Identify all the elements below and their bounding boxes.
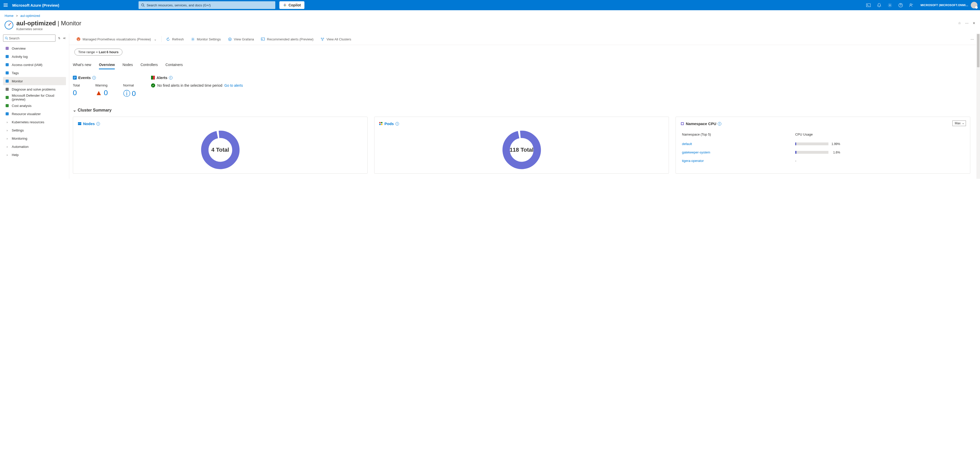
svg-rect-17 [6, 104, 9, 107]
account-label[interactable]: MICROSOFT (MICROSOFT.ONMI... [920, 3, 968, 6]
tab-containers[interactable]: Containers [165, 61, 183, 69]
sidebar-item-cost-analysis[interactable]: Cost analysis [3, 102, 66, 110]
events-total-value[interactable]: 0 [73, 89, 80, 97]
sidebar-item-kubernetes-resources[interactable]: ›Kubernetes resources [3, 118, 66, 126]
sidebar-sort-button[interactable]: ⇅ [58, 37, 60, 40]
tags-icon [5, 71, 9, 75]
namespace-link[interactable]: tigera-operator [682, 159, 704, 163]
nodes-icon [78, 122, 81, 126]
svg-rect-33 [78, 122, 81, 124]
events-normal-value[interactable]: 0 [132, 89, 136, 98]
favorite-button[interactable]: ☆ [958, 21, 961, 25]
tab-overview[interactable]: Overview [99, 61, 115, 69]
page-section: Monitor [61, 20, 81, 27]
monitor-settings-button[interactable]: Monitor Settings [187, 36, 224, 42]
prometheus-dropdown[interactable]: Managed Prometheus visualizations (Previ… [73, 36, 160, 42]
svg-rect-34 [78, 124, 81, 125]
notifications-button[interactable] [874, 0, 884, 10]
view-grafana-button[interactable]: View Grafana [224, 36, 258, 42]
tab-what-s-new[interactable]: What's new [73, 61, 91, 69]
info-icon[interactable]: i [169, 76, 173, 80]
sidebar-item-tags[interactable]: Tags [3, 69, 66, 77]
svg-rect-10 [6, 47, 9, 50]
info-icon[interactable]: i [96, 122, 100, 126]
info-icon[interactable]: i [92, 76, 96, 80]
sidebar-search-placeholder: Search [9, 36, 19, 40]
sidebar-item-access-control-iam[interactable]: Access control (IAM) [3, 61, 66, 69]
sidebar-item-diagnose-and-solve-problems[interactable]: Diagnose and solve problems [3, 85, 66, 93]
cluster-summary-title: Cluster Summary [78, 108, 112, 113]
sidebar-collapse-button[interactable]: ≪ [63, 37, 66, 40]
settings-button[interactable] [885, 0, 895, 10]
sidebar-item-microsoft-defender-for-cloud-preview[interactable]: Microsoft Defender for Cloud (preview) [3, 93, 66, 102]
svg-point-4 [889, 5, 891, 6]
chevron-down-icon: ⌄ [154, 37, 157, 41]
vertical-scrollbar[interactable] [977, 33, 980, 179]
namespace-link[interactable]: default [682, 142, 692, 146]
svg-rect-42 [681, 123, 683, 124]
sidebar-item-label: Diagnose and solve problems [12, 88, 56, 91]
svg-rect-37 [381, 122, 382, 123]
help-button[interactable] [896, 0, 905, 10]
sidebar-item-label: Access control (IAM) [12, 63, 43, 67]
sidebar-item-monitor[interactable]: Monitor [3, 77, 66, 85]
sidebar-search[interactable]: Search [3, 35, 56, 42]
sidebar-item-activity-log[interactable]: Activity log [3, 53, 66, 61]
svg-point-0 [142, 4, 144, 6]
pods-icon [379, 122, 383, 126]
namespace-cpu-table: Namespace (Top 5) CPU Usage default1.99%… [681, 129, 966, 165]
feedback-button[interactable] [906, 0, 916, 10]
sidebar-item-label: Tags [12, 71, 19, 75]
close-button[interactable]: ✕ [973, 21, 975, 25]
cloud-shell-button[interactable] [863, 0, 873, 10]
info-icon[interactable]: i [395, 122, 399, 126]
events-total-label: Total [73, 83, 80, 87]
namespace-cpu-card: Namespace CPU i Max Namespace (Top 5) CP… [676, 116, 970, 174]
global-search[interactable]: Search resources, services, and docs (G+… [138, 1, 275, 9]
cpu-value: 1.6% [830, 151, 840, 154]
tab-nodes[interactable]: Nodes [123, 61, 133, 69]
svg-rect-12 [6, 63, 9, 66]
sidebar-item-automation[interactable]: ›Automation [3, 142, 66, 151]
header-icons: MICROSOFT (MICROSOFT.ONMI... [863, 0, 977, 10]
sidebar-item-label: Resource visualizer [12, 112, 41, 116]
hamburger-menu-button[interactable] [3, 3, 9, 8]
pods-title[interactable]: Pods [385, 121, 394, 126]
svg-rect-11 [6, 55, 9, 58]
sidebar-item-overview[interactable]: Overview [3, 44, 66, 53]
copilot-button[interactable]: Copilot [279, 1, 304, 9]
svg-point-22 [229, 38, 230, 40]
svg-rect-18 [6, 112, 9, 115]
events-warning-value[interactable]: 0 [104, 89, 108, 97]
clusters-icon [321, 37, 325, 41]
svg-point-26 [322, 40, 323, 41]
command-bar-overflow[interactable]: ⋯ [968, 36, 977, 42]
sidebar-item-settings[interactable]: ›Settings [3, 126, 66, 134]
time-range-value: Last 6 hours [99, 50, 118, 54]
sidebar-item-help[interactable]: ›Help [3, 151, 66, 159]
sidebar-item-resource-visualizer[interactable]: Resource visualizer [3, 110, 66, 118]
namespace-link[interactable]: gatekeeper-system [682, 150, 710, 154]
sidebar-item-monitoring[interactable]: ›Monitoring [3, 134, 66, 142]
info-icon[interactable]: i [718, 122, 721, 126]
page-title: aul-optimized | Monitor [16, 20, 81, 27]
chevron-right-icon: › [5, 128, 9, 132]
go-to-alerts-link[interactable]: Go to alerts [224, 83, 243, 88]
tab-controllers[interactable]: Controllers [141, 61, 158, 69]
aggregation-select[interactable]: Max [952, 121, 966, 126]
refresh-button[interactable]: Refresh [162, 36, 187, 42]
cluster-summary-toggle[interactable]: ⌄ Cluster Summary [73, 108, 970, 113]
nodes-title[interactable]: Nodes [83, 121, 95, 126]
recommended-alerts-button[interactable]: Recommended alerts (Preview) [258, 36, 317, 42]
events-panel: Events i Total 0 Warning ▲0 Nor [73, 75, 136, 99]
breadcrumb-current[interactable]: aul-optimized [21, 14, 40, 18]
defender-icon [5, 96, 9, 99]
time-range-pill[interactable]: Time range = Last 6 hours [75, 49, 123, 56]
view-all-clusters-button[interactable]: View All Clusters [317, 36, 355, 42]
nodes-card: Nodes i 4 Total [73, 116, 368, 174]
more-button[interactable]: ⋯ [965, 21, 969, 25]
account-avatar[interactable] [971, 2, 977, 8]
resource-type-label: Kubernetes service [16, 27, 81, 31]
breadcrumb-home[interactable]: Home [5, 14, 14, 18]
search-icon [5, 37, 8, 40]
